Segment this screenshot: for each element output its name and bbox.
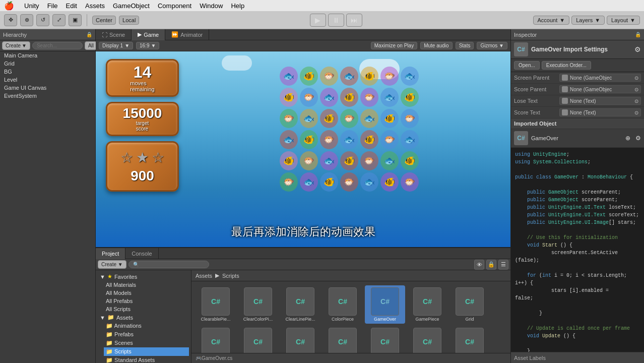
circle-icon[interactable]: ⊙ (634, 110, 638, 115)
stats-btn[interactable]: Stats (456, 42, 474, 49)
hierarchy-create-btn[interactable]: Create ▼ (2, 41, 30, 50)
csharp-file-icon: C# (371, 328, 399, 356)
aspect-selector[interactable]: 16:9 ▼ (136, 42, 159, 49)
hierarchy-item-gameuicanvas[interactable]: Game UI Canvas (0, 84, 95, 92)
all-models[interactable]: All Models (104, 289, 189, 297)
fish-cell: 🐡 (380, 130, 399, 149)
folder-animations[interactable]: 📁 Animations (104, 322, 189, 330)
asset-gamepiece[interactable]: C# GamePiece (407, 285, 447, 324)
open-button[interactable]: Open... (514, 61, 540, 70)
import-settings-gear-icon[interactable]: ⚙ (634, 45, 641, 53)
obj-gear-icon[interactable]: ⚙ (635, 135, 641, 142)
asset-grid[interactable]: C# Grid (449, 285, 490, 324)
menu-icon[interactable]: ☰ (498, 260, 508, 270)
csharp-file-icon: C# (286, 328, 314, 356)
csharp-file-icon: C# (456, 287, 484, 316)
project-create-btn[interactable]: Create ▼ (98, 260, 126, 269)
fish-cell: 🐟 (401, 130, 419, 149)
csharp-file-icon: C# (329, 287, 357, 316)
mute-audio-btn[interactable]: Mute audio (420, 42, 452, 49)
gizmos-btn[interactable]: Gizmos ▼ (477, 42, 507, 49)
all-prefabs[interactable]: All Prefabs (104, 297, 189, 305)
layers-dropdown[interactable]: Layers ▼ (571, 16, 605, 25)
asset-clearlinepie[interactable]: C# ClearLinePie... (280, 285, 320, 324)
obj-expand-icon[interactable]: ⊕ (625, 135, 630, 142)
hierarchy-item-grid[interactable]: Grid (0, 59, 95, 68)
pivot-btn[interactable]: Center (92, 16, 116, 25)
apple-menu[interactable]: 🍎 (4, 1, 14, 11)
menu-unity[interactable]: Unity (24, 2, 39, 10)
asset-colorpiece[interactable]: C# ColorPiece (323, 285, 363, 324)
layout-dropdown[interactable]: Layout ▼ (607, 16, 640, 25)
hierarchy-item-eventsystem[interactable]: EventSystem (0, 92, 95, 100)
moves-number: 14 (134, 64, 152, 80)
pause-button[interactable]: ⏸ (328, 14, 344, 27)
asset-name: GameOver (374, 317, 396, 322)
eye-icon[interactable]: 👁 (474, 260, 484, 270)
step-button[interactable]: ⏭ (346, 14, 362, 27)
coord-btn[interactable]: Local (119, 16, 139, 25)
assets-breadcrumb: Assets ▶ Scripts (191, 270, 510, 281)
folder-scripts[interactable]: 📁 Scripts (104, 347, 189, 356)
breadcrumb-assets[interactable]: Assets (196, 273, 212, 279)
play-button[interactable]: ▶ (310, 14, 326, 27)
hierarchy-search-input[interactable] (32, 42, 83, 49)
star-3: ☆ (152, 149, 164, 166)
menu-assets[interactable]: Assets (85, 2, 105, 10)
tab-console[interactable]: Console (125, 248, 158, 259)
tab-scene[interactable]: ⛶ Scene (96, 29, 132, 40)
tool-hand[interactable]: ✥ (4, 14, 17, 26)
menu-help[interactable]: Help (231, 2, 244, 10)
score-parent-row: Score Parent None (GameObjec ⊙ (511, 84, 644, 95)
maximize-on-play-btn[interactable]: Maximize on Play (371, 42, 417, 49)
menu-component[interactable]: Component (158, 2, 191, 10)
import-settings-title: GameOver Import Settings (531, 46, 631, 53)
circle-icon[interactable]: ⊙ (634, 75, 638, 81)
tab-project[interactable]: Project (96, 248, 125, 259)
folder-standard-assets[interactable]: 📁 Standard Assets (104, 356, 189, 363)
menu-window[interactable]: Window (200, 2, 223, 10)
tool-scale[interactable]: ⤢ (52, 14, 66, 26)
assets-area: ▼ ★ Favorites All Materials All Models A… (96, 270, 510, 363)
folder-scenes[interactable]: 📁 Scenes (104, 339, 189, 347)
value-icon (562, 75, 568, 81)
all-scripts[interactable]: All Scripts (104, 305, 189, 313)
all-materials[interactable]: All Materials (104, 281, 189, 289)
folder-prefabs[interactable]: 📁 Prefabs (104, 330, 189, 339)
asset-clearablepie[interactable]: C# ClearablePie... (196, 285, 236, 324)
hierarchy-item-bg[interactable]: BG (0, 68, 95, 76)
csharp-file-icon: C# (202, 328, 230, 356)
circle-icon[interactable]: ⊙ (634, 87, 638, 92)
hierarchy-item-main-camera[interactable]: Main Camera (0, 51, 95, 59)
hierarchy-item-level[interactable]: Level (0, 76, 95, 84)
tool-move[interactable]: ⊕ (20, 14, 33, 26)
fish-cell: 🐠 (340, 151, 358, 170)
project-search-input[interactable] (128, 261, 209, 268)
tab-animator[interactable]: ⏩ Animator (165, 29, 209, 40)
circle-icon[interactable]: ⊙ (634, 98, 638, 104)
menu-edit[interactable]: Edit (66, 2, 77, 10)
value-icon (562, 109, 568, 115)
scene-icon: ⛶ (102, 32, 107, 38)
hierarchy-header: Hierarchy 🔒 (0, 29, 95, 40)
lock-icon[interactable]: 🔒 (486, 260, 496, 270)
asset-clearcolorpi[interactable]: C# ClearColorPi... (238, 285, 278, 324)
account-dropdown[interactable]: Account ▼ (533, 16, 570, 25)
assets-section: ▼ 📁 Assets (98, 313, 189, 322)
fish-cell: 🐠 (401, 88, 419, 107)
menu-gameobject[interactable]: GameObject (113, 2, 150, 10)
assets-arrow: ▼ (100, 315, 105, 321)
fish-cell: 🐟 (380, 88, 399, 107)
inspector-title: Inspector (514, 32, 537, 38)
display-selector[interactable]: Display 1 ▼ (99, 42, 133, 49)
hierarchy-lock-icon[interactable]: 🔒 (86, 32, 92, 37)
tab-game[interactable]: ▶ Game (132, 29, 165, 40)
inspector-lock-icon[interactable]: 🔒 (635, 32, 641, 37)
favorites-label: Favorites (114, 274, 137, 280)
execution-order-button[interactable]: Execution Order... (542, 61, 591, 70)
asset-gameover[interactable]: C# GameOver (365, 285, 405, 324)
menu-file[interactable]: File (47, 2, 58, 10)
tool-rect[interactable]: ▣ (69, 14, 82, 26)
breadcrumb-scripts[interactable]: Scripts (222, 273, 239, 279)
tool-rotate[interactable]: ↺ (36, 14, 49, 26)
